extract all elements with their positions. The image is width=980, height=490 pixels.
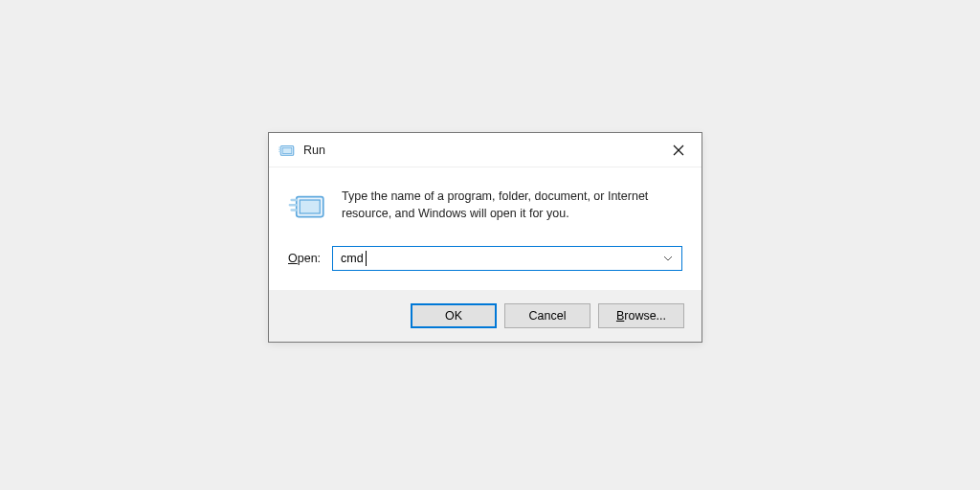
dialog-description: Type the name of a program, folder, docu… [342, 187, 682, 227]
browse-button[interactable]: Browse... [598, 303, 684, 328]
svg-rect-1 [282, 147, 292, 153]
open-label: Open: [288, 252, 321, 265]
text-caret [366, 251, 367, 266]
ok-button[interactable]: OK [411, 303, 497, 328]
button-bar: OK Cancel Browse... [269, 290, 702, 342]
run-large-icon [288, 187, 328, 227]
svg-rect-3 [300, 200, 320, 213]
dialog-title: Run [303, 144, 661, 157]
dialog-body: Type the name of a program, folder, docu… [269, 167, 702, 242]
open-input[interactable] [332, 246, 682, 271]
run-dialog: Run Type the name of a program, folder, … [268, 132, 702, 343]
run-icon [278, 142, 296, 159]
close-button[interactable] [661, 137, 696, 164]
open-combobox[interactable] [332, 246, 682, 271]
open-row: Open: [269, 242, 702, 290]
titlebar: Run [269, 133, 702, 167]
cancel-button[interactable]: Cancel [504, 303, 590, 328]
